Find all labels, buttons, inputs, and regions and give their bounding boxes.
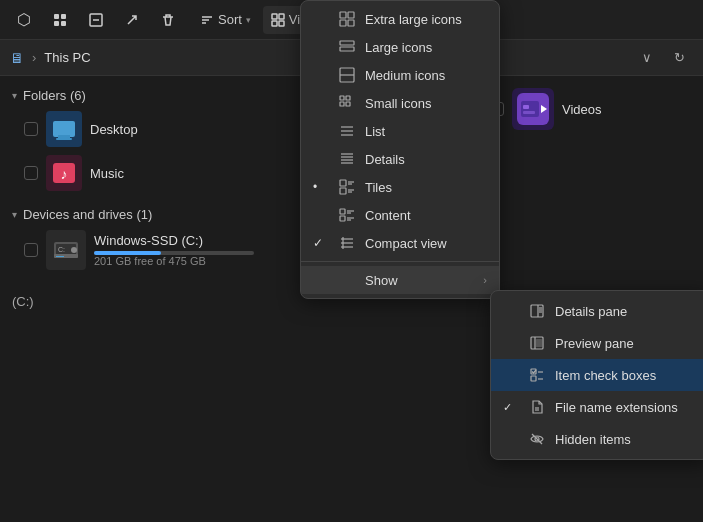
- item-check-boxes-label: Item check boxes: [555, 368, 656, 383]
- menu-item-compact-view[interactable]: ✓ Compact view: [301, 229, 499, 257]
- left-pane: ▾ Folders (6) Desktop ♪: [0, 76, 290, 522]
- svg-text:♪: ♪: [61, 166, 68, 182]
- svg-rect-28: [523, 105, 529, 109]
- svg-rect-15: [56, 138, 72, 140]
- content-icon: [339, 207, 355, 223]
- svg-rect-0: [54, 14, 59, 19]
- drive-label-bottom: (C:): [0, 274, 290, 329]
- pc-icon: 🖥: [10, 50, 24, 66]
- tiles-label: Tiles: [365, 180, 392, 195]
- sort-label: Sort: [218, 12, 242, 27]
- list-item[interactable]: Videos: [486, 84, 666, 134]
- svg-rect-49: [340, 180, 346, 186]
- large-icons-label: Large icons: [365, 40, 432, 55]
- menu-item-content[interactable]: Content: [301, 201, 499, 229]
- preview-pane-label: Preview pane: [555, 336, 634, 351]
- svg-rect-14: [58, 135, 70, 138]
- menu-item-list[interactable]: List: [301, 117, 499, 145]
- check-compact: ✓: [313, 236, 329, 250]
- item-check-boxes-icon: [529, 367, 545, 383]
- list-icon: [339, 123, 355, 139]
- svg-rect-12: [279, 21, 284, 26]
- content-label: Content: [365, 208, 411, 223]
- svg-rect-9: [272, 14, 277, 19]
- tiles-icon: [339, 179, 355, 195]
- folders-arrow: ▾: [12, 90, 17, 101]
- svg-rect-40: [340, 102, 344, 106]
- menu-item-details[interactable]: Details: [301, 145, 499, 173]
- svg-rect-65: [531, 305, 543, 317]
- drive-checkbox[interactable]: [24, 243, 38, 257]
- large-icons-icon: [339, 39, 355, 55]
- svg-rect-11: [272, 21, 277, 26]
- menu-item-extra-large-icons[interactable]: Extra large icons: [301, 5, 499, 33]
- svg-rect-30: [340, 12, 346, 18]
- svg-rect-27: [521, 101, 539, 117]
- details-pane-icon: [529, 303, 545, 319]
- desktop-icon: [46, 111, 82, 147]
- address-right-controls: ∨ ↻: [633, 44, 693, 72]
- svg-rect-3: [61, 21, 66, 26]
- desktop-name: Desktop: [90, 122, 274, 137]
- drive-icon: C:: [46, 230, 86, 270]
- menu-item-small-icons[interactable]: Small icons: [301, 89, 499, 117]
- list-item[interactable]: ♪ Music: [4, 151, 286, 195]
- drive-sub: 201 GB free of 475 GB: [94, 255, 274, 267]
- sort-chevron: ▾: [246, 15, 251, 25]
- svg-rect-29: [523, 111, 535, 114]
- list-label: List: [365, 124, 385, 139]
- svg-rect-31: [348, 12, 354, 18]
- check-tiles: •: [313, 180, 329, 194]
- check-file-name-extensions: ✓: [503, 401, 519, 414]
- toolbar-icon-4[interactable]: [116, 4, 148, 36]
- preview-pane-icon: [529, 335, 545, 351]
- submenu-item-preview-pane[interactable]: Preview pane: [491, 327, 703, 359]
- devices-section-header[interactable]: ▾ Devices and drives (1): [0, 203, 290, 226]
- menu-item-large-icons[interactable]: Large icons: [301, 33, 499, 61]
- toolbar-icon-3[interactable]: [80, 4, 112, 36]
- svg-rect-34: [340, 41, 354, 45]
- svg-rect-10: [279, 14, 284, 19]
- svg-rect-55: [340, 209, 345, 214]
- svg-rect-2: [54, 21, 59, 26]
- music-name: Music: [90, 166, 274, 181]
- toolbar-icon-1[interactable]: ⬡: [8, 4, 40, 36]
- music-icon: ♪: [46, 155, 82, 191]
- menu-divider: [301, 261, 499, 262]
- hidden-items-icon: [529, 431, 545, 447]
- breadcrumb-thispc[interactable]: This PC: [44, 50, 90, 65]
- music-checkbox[interactable]: [24, 166, 38, 180]
- small-icons-label: Small icons: [365, 96, 431, 111]
- desktop-checkbox[interactable]: [24, 122, 38, 136]
- file-name-extensions-icon: [529, 399, 545, 415]
- devices-label: Devices and drives (1): [23, 207, 152, 222]
- chevron-down-button[interactable]: ∨: [633, 44, 661, 72]
- menu-item-show[interactable]: Show ›: [301, 266, 499, 294]
- toolbar-icon-delete[interactable]: [152, 4, 184, 36]
- submenu-item-details-pane[interactable]: Details pane: [491, 295, 703, 327]
- svg-text:C:: C:: [58, 246, 65, 253]
- show-label: Show: [365, 273, 398, 288]
- svg-rect-75: [531, 376, 536, 381]
- file-name-extensions-label: File name extensions: [555, 400, 678, 415]
- submenu-item-hidden-items[interactable]: Hidden items: [491, 423, 703, 455]
- medium-icons-label: Medium icons: [365, 68, 445, 83]
- svg-rect-41: [346, 102, 350, 106]
- refresh-button[interactable]: ↻: [665, 44, 693, 72]
- svg-rect-38: [340, 96, 344, 100]
- show-arrow: ›: [483, 274, 487, 286]
- details-label: Details: [365, 152, 405, 167]
- submenu-item-item-check-boxes[interactable]: Item check boxes: [491, 359, 703, 391]
- toolbar-icon-2[interactable]: [44, 4, 76, 36]
- list-item[interactable]: C: Windows-SSD (C:) 201 GB free of 475 G…: [4, 226, 286, 274]
- sort-button[interactable]: Sort ▾: [192, 6, 259, 34]
- compact-view-icon: [339, 235, 355, 251]
- list-item[interactable]: Desktop: [4, 107, 286, 151]
- svg-rect-52: [340, 188, 346, 194]
- menu-item-medium-icons[interactable]: Medium icons: [301, 61, 499, 89]
- menu-item-tiles[interactable]: • Tiles: [301, 173, 499, 201]
- submenu-item-file-name-extensions[interactable]: ✓ File name extensions: [491, 391, 703, 423]
- details-icon: [339, 151, 355, 167]
- drive-name: Windows-SSD (C:): [94, 233, 274, 248]
- folders-section-header[interactable]: ▾ Folders (6): [0, 84, 290, 107]
